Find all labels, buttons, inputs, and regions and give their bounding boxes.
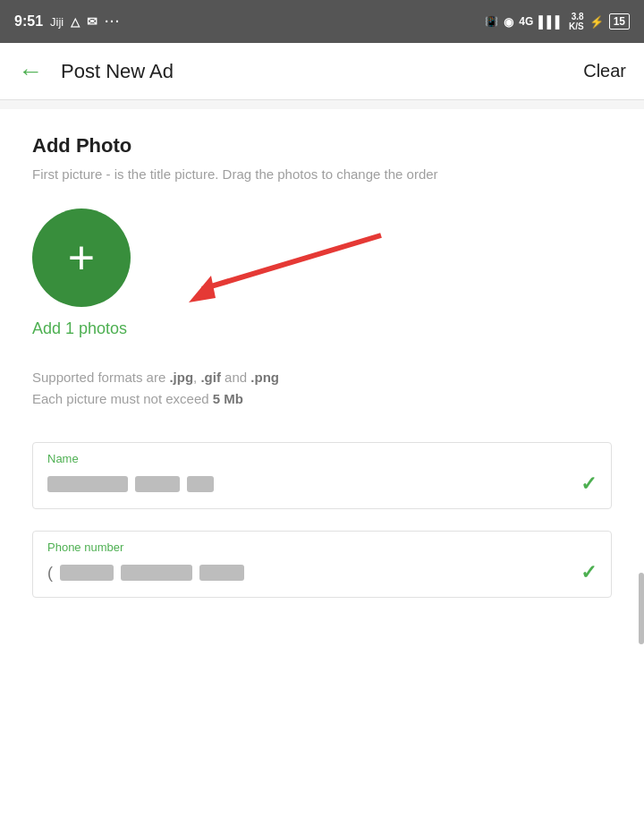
svg-marker-1 <box>189 276 216 302</box>
max-size: 5 Mb <box>213 391 243 406</box>
mail-icon: ✉ <box>87 14 97 29</box>
name-blur-3 <box>187 476 214 492</box>
signal-4g-icon: 4G <box>519 15 533 28</box>
wifi-icon: ◉ <box>504 15 513 29</box>
add-photos-label: Add 1 photos <box>32 319 127 338</box>
name-blur-2 <box>135 476 180 492</box>
scrollbar[interactable] <box>639 573 644 644</box>
formats-line1: Supported formats are .jpg, .gif and .pn… <box>32 367 612 388</box>
phone-prefix: ( <box>47 564 53 583</box>
phone-field-container[interactable]: Phone number ( ✓ <box>32 531 612 598</box>
warning-icon: △ <box>71 15 80 29</box>
phone-field-content: ( ✓ <box>47 561 597 584</box>
back-button[interactable]: ← <box>18 57 43 86</box>
name-field-content: ✓ <box>47 472 597 496</box>
name-field-container[interactable]: Name ✓ <box>32 442 612 509</box>
status-right: 📳 ◉ 4G ▌▌▌ 3.8K/S ⚡ 15 <box>485 12 630 31</box>
signal-bars-icon: ▌▌▌ <box>538 15 564 29</box>
format-gif: .gif <box>200 370 221 385</box>
phone-blur-1 <box>60 565 114 581</box>
name-blur-1 <box>47 476 128 492</box>
formats-info: Supported formats are .jpg, .gif and .pn… <box>32 367 612 410</box>
formats-line2: Each picture must not exceed 5 Mb <box>32 388 612 410</box>
main-content: Add Photo First picture - is the title p… <box>0 109 644 817</box>
battery-icon: 15 <box>609 13 630 30</box>
vibrate-icon: 📳 <box>485 15 498 28</box>
add-photo-button[interactable]: + <box>32 209 131 307</box>
svg-line-0 <box>202 235 381 289</box>
phone-blur-3 <box>199 565 244 581</box>
carrier-text: Jiji <box>50 15 64 29</box>
arrow-indicator <box>140 217 390 325</box>
add-photo-section: Add Photo First picture - is the title p… <box>32 134 612 338</box>
name-field-label: Name <box>47 452 597 465</box>
charging-icon: ⚡ <box>589 15 604 29</box>
clear-button[interactable]: Clear <box>583 61 626 81</box>
data-speed-text: 3.8K/S <box>569 12 584 31</box>
status-left: 9:51 Jiji △ ✉ ··· <box>14 13 121 30</box>
section-title: Add Photo <box>32 134 612 157</box>
status-time: 9:51 <box>14 13 43 30</box>
format-jpg: .jpg <box>169 370 193 385</box>
phone-value-blurred: ( <box>47 564 244 583</box>
phone-check-icon: ✓ <box>580 561 597 584</box>
status-bar: 9:51 Jiji △ ✉ ··· 📳 ◉ 4G ▌▌▌ 3.8K/S ⚡ 15 <box>0 0 644 43</box>
page-title: Post New Ad <box>43 60 583 83</box>
red-arrow-icon <box>140 217 390 325</box>
dots-icon: ··· <box>105 14 121 29</box>
app-bar: ← Post New Ad Clear <box>0 43 644 100</box>
section-subtitle: First picture - is the title picture. Dr… <box>32 165 612 183</box>
format-png: .png <box>250 370 279 385</box>
phone-blur-2 <box>121 565 192 581</box>
plus-icon: + <box>68 234 95 281</box>
add-photo-area: + Add 1 photos <box>32 209 612 338</box>
name-check-icon: ✓ <box>580 472 597 496</box>
phone-field-label: Phone number <box>47 540 597 554</box>
name-value-blurred <box>47 476 214 492</box>
